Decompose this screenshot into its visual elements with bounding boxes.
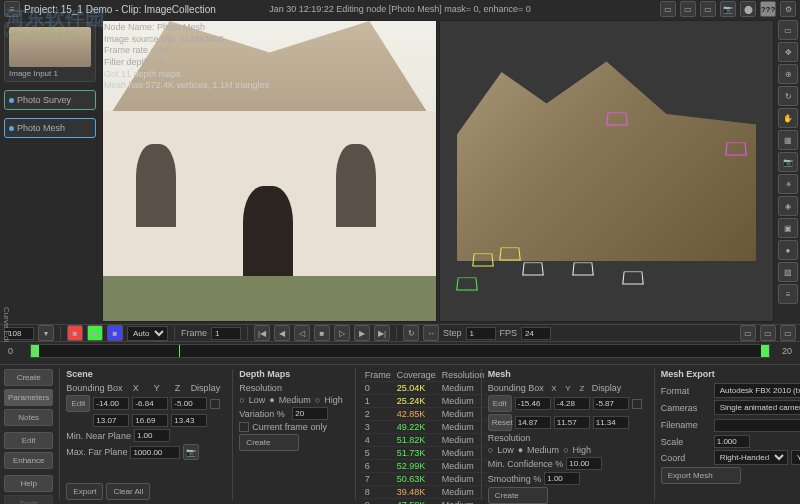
tool-zoom-icon[interactable]: ⊕ xyxy=(778,64,798,84)
capture-icon[interactable]: 📷 xyxy=(720,1,736,17)
table-row[interactable]: 839.48KMedium xyxy=(362,486,488,499)
timeline-in-marker[interactable]: 1 xyxy=(31,345,39,357)
tool-pan-icon[interactable]: ✋ xyxy=(778,108,798,128)
color-1-icon[interactable]: ■ xyxy=(67,325,83,341)
notes-button[interactable]: Notes xyxy=(4,409,53,426)
auto-select[interactable]: Auto xyxy=(127,326,168,341)
coord-select[interactable]: Right-Handed xyxy=(714,450,788,465)
record-icon[interactable]: ⬤ xyxy=(740,1,756,17)
color-3-icon[interactable]: ■ xyxy=(107,325,123,341)
scene-edit-button[interactable]: Edit xyxy=(66,395,90,412)
frame-input[interactable] xyxy=(211,327,241,340)
export-mesh-button[interactable]: Export Mesh xyxy=(661,467,741,484)
menu-icon[interactable]: ≡ xyxy=(4,1,20,17)
tool-camera-icon[interactable]: 📷 xyxy=(778,152,798,172)
loop-icon[interactable]: ↻ xyxy=(403,325,419,341)
table-row[interactable]: 125.24KMedium xyxy=(362,395,488,408)
panel-icon-3[interactable]: ▭ xyxy=(700,1,716,17)
current-frame-check[interactable] xyxy=(239,422,249,432)
panel-icon-1[interactable]: ▭ xyxy=(660,1,676,17)
tool-wireframe-icon[interactable]: ▣ xyxy=(778,218,798,238)
mesh-maxx-input[interactable] xyxy=(515,416,551,429)
help-button[interactable]: ??? xyxy=(760,1,776,17)
tools-button[interactable]: Tools xyxy=(4,495,53,504)
settings-icon[interactable]: ⚙ xyxy=(780,1,796,17)
near-plane-input[interactable] xyxy=(134,429,170,442)
help-button-2[interactable]: Help xyxy=(4,475,53,492)
clear-all-button[interactable]: Clear All xyxy=(106,483,150,500)
tool-light-icon[interactable]: ☀ xyxy=(778,174,798,194)
table-row[interactable]: 242.85KMedium xyxy=(362,408,488,421)
tool-select-icon[interactable]: ▭ xyxy=(778,20,798,40)
scene-miny-input[interactable] xyxy=(132,397,168,410)
mesh-maxz-input[interactable] xyxy=(593,416,629,429)
first-frame-icon[interactable]: |◀ xyxy=(254,325,270,341)
timeline-out-marker[interactable] xyxy=(761,345,769,357)
scene-maxz-input[interactable] xyxy=(171,414,207,427)
timeline-opt-3-icon[interactable]: ▭ xyxy=(780,325,796,341)
timeline-opt-1-icon[interactable]: ▭ xyxy=(740,325,756,341)
scene-maxy-input[interactable] xyxy=(132,414,168,427)
next-frame-icon[interactable]: ▶ xyxy=(354,325,370,341)
yup-select[interactable]: Y Up xyxy=(791,450,800,465)
format-select[interactable]: Autodesk FBX 2010 (binary) xyxy=(714,383,800,398)
tool-move-icon[interactable]: ✥ xyxy=(778,42,798,62)
scene-maxx-input[interactable] xyxy=(93,414,129,427)
timeline-opt-2-icon[interactable]: ▭ xyxy=(760,325,776,341)
photo-mesh-node[interactable]: Photo Mesh xyxy=(4,118,96,138)
table-row[interactable]: 025.04KMedium xyxy=(362,382,488,395)
photo-survey-node[interactable]: Photo Survey xyxy=(4,90,96,110)
play-back-icon[interactable]: ◁ xyxy=(294,325,310,341)
filename-input[interactable] xyxy=(714,419,800,432)
mesh-miny-input[interactable] xyxy=(554,397,590,410)
variation-input[interactable] xyxy=(292,407,328,420)
lut-down-icon[interactable]: ▾ xyxy=(38,325,54,341)
mesh-resolution-radio[interactable]: ○ Low● Medium○ High xyxy=(488,445,642,455)
mesh-maxy-input[interactable] xyxy=(554,416,590,429)
tool-layers-icon[interactable]: ≡ xyxy=(778,284,798,304)
mesh-minx-input[interactable] xyxy=(515,397,551,410)
tool-mesh-icon[interactable]: ◈ xyxy=(778,196,798,216)
panel-icon-2[interactable]: ▭ xyxy=(680,1,696,17)
scale-input[interactable] xyxy=(714,435,750,448)
viewport-3d[interactable] xyxy=(439,20,774,322)
confidence-input[interactable] xyxy=(566,457,602,470)
depth-resolution-radio[interactable]: ○ Low● Medium○ High xyxy=(239,395,342,405)
play-icon[interactable]: ▷ xyxy=(334,325,350,341)
enhance-button[interactable]: Enhance xyxy=(4,452,53,469)
scene-minx-input[interactable] xyxy=(93,397,129,410)
image-input-node[interactable]: Image Input 1 xyxy=(4,22,96,82)
timeline-playhead[interactable] xyxy=(179,345,180,357)
cameras-select[interactable]: Single animated camera xyxy=(714,400,800,415)
mesh-edit-button[interactable]: Edit xyxy=(488,395,512,412)
tool-shade-icon[interactable]: ● xyxy=(778,240,798,260)
timeline[interactable]: 0 1 20 xyxy=(0,342,800,364)
scene-minz-input[interactable] xyxy=(171,397,207,410)
stop-icon[interactable]: ■ xyxy=(314,325,330,341)
color-2-icon[interactable]: ■ xyxy=(87,325,103,341)
far-plane-input[interactable] xyxy=(130,446,180,459)
create-button[interactable]: Create xyxy=(4,369,53,386)
prev-frame-icon[interactable]: ◀ xyxy=(274,325,290,341)
mesh-minz-input[interactable] xyxy=(593,397,629,410)
export-button[interactable]: Export xyxy=(66,483,103,500)
tool-rotate-icon[interactable]: ↻ xyxy=(778,86,798,106)
table-row[interactable]: 349.22KMedium xyxy=(362,421,488,434)
fps-input[interactable] xyxy=(521,327,551,340)
table-row[interactable]: 947.58KMedium xyxy=(362,499,488,505)
tool-grid-icon[interactable]: ▦ xyxy=(778,130,798,150)
edit-button[interactable]: Edit xyxy=(4,432,53,449)
parameters-button[interactable]: Parameters xyxy=(4,389,53,406)
camera-capture-icon[interactable]: 📷 xyxy=(183,444,199,460)
last-frame-icon[interactable]: ▶| xyxy=(374,325,390,341)
table-row[interactable]: 551.73KMedium xyxy=(362,447,488,460)
smoothing-input[interactable] xyxy=(544,472,580,485)
tool-texture-icon[interactable]: ▨ xyxy=(778,262,798,282)
table-row[interactable]: 750.63KMedium xyxy=(362,473,488,486)
table-row[interactable]: 451.82KMedium xyxy=(362,434,488,447)
step-input[interactable] xyxy=(466,327,496,340)
pingpong-icon[interactable]: ↔ xyxy=(423,325,439,341)
mesh-reset-button[interactable]: Reset xyxy=(488,414,512,431)
table-row[interactable]: 652.99KMedium xyxy=(362,460,488,473)
scene-display-check[interactable] xyxy=(210,399,220,409)
